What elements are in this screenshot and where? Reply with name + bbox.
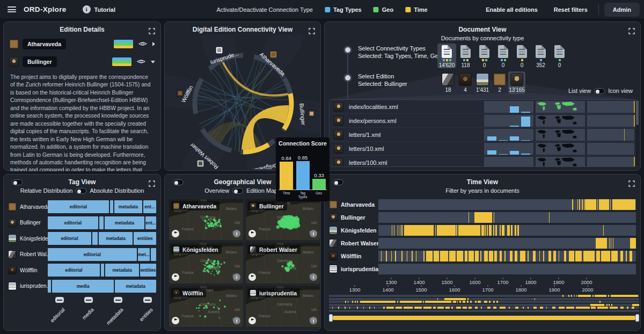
connectivity-type-count[interactable]: 0 [494,43,513,68]
reset-filters-button[interactable]: Reset filters [548,3,593,16]
geo-map-tile-koenigsfelden[interactable]: KingdomDenmarkBelaruGermanyUkiFranceAust… [169,243,243,284]
tag-segment[interactable] [151,248,156,261]
tag-segment-editorial[interactable]: editorial [48,200,109,213]
edition-count-atharvaveda[interactable]: 2 [491,71,508,94]
geo-map-tile-iurisprudentia[interactable]: KingdomDenmarkBelaruGermanyUkiFranceAust… [246,286,320,327]
tag-segment-ent[interactable]: ent... [145,216,156,229]
time-track[interactable] [378,212,636,223]
tag-segment-metadata[interactable]: metadata [105,264,139,277]
document-row[interactable]: letters/10.xml [330,142,636,156]
distribution-toggle-switch[interactable] [76,188,86,194]
connectivity-type-count[interactable]: 0 [550,43,569,68]
brush-handle-right[interactable] [635,314,639,322]
panel-visibility-toggle[interactable] [333,179,343,185]
visibility-eye-icon[interactable] [138,39,147,49]
expand-icon[interactable] [149,179,155,189]
tag-segment-media[interactable]: media [52,280,114,293]
tag-segment[interactable] [101,264,104,277]
document-row[interactable]: letters/1.xml [330,128,636,142]
map-flag-icon[interactable] [248,273,256,281]
legend-item-tag-types[interactable]: Tag Types [325,6,362,13]
map-mode-toggle-switch[interactable] [232,188,243,194]
tag-segment-metadata[interactable]: metadata [99,232,133,245]
edition-count-koenigsfelden[interactable]: 1'431 [474,71,491,94]
document-list-scrollbar[interactable] [636,100,639,166]
enable-all-editions-button[interactable]: Enable all editions [480,3,543,16]
time-track[interactable] [378,251,636,262]
map-info-icon[interactable]: i [233,273,240,281]
tag-segment-editorial[interactable]: editorial [48,264,100,277]
edition-row[interactable]: Bullinger [9,55,155,69]
tag-segment[interactable] [99,216,104,229]
legend-item-geo[interactable]: Geo [374,6,393,13]
geo-map-tile-woelfflin[interactable]: KingdomDenmarkBelaruGermanyUkiFranceAust… [169,286,243,327]
edition-count-bullinger[interactable]: 13'165 [508,71,525,94]
map-info-icon[interactable]: i [233,230,240,237]
map-info-icon[interactable]: i [233,317,240,324]
map-flag-icon[interactable] [172,317,179,324]
time-track[interactable] [378,238,636,249]
time-brush[interactable] [329,315,639,321]
edition-row[interactable]: Atharvaveda [9,37,155,51]
connectivity-type-count[interactable]: 0 [513,43,531,68]
tag-segment[interactable] [48,280,51,293]
time-brush-fill[interactable] [333,316,635,320]
expand-icon[interactable] [628,27,635,37]
edition-count-woelfflin[interactable]: 4 [457,71,474,94]
panel-visibility-toggle[interactable] [12,179,23,185]
expand-caret-icon[interactable] [152,42,155,46]
map-flag-icon[interactable] [172,230,179,237]
remove-tag-button-editorial[interactable] [55,297,64,303]
expand-icon[interactable] [628,179,635,189]
edition-name: Bullinger [341,214,378,221]
brush-handle-left[interactable] [329,314,333,322]
geo-map-tile-bullinger[interactable]: KingdomDenmarkBelaruGermanyUkiFranceAust… [246,199,320,240]
tag-segment-metadata[interactable]: metadata [115,280,156,293]
expand-icon[interactable] [149,27,155,37]
connectivity-type-count[interactable]: 352 [531,43,550,68]
remove-tag-button-entities[interactable] [143,297,152,303]
map-info-icon[interactable]: i [310,230,317,237]
document-row[interactable]: index/persons.xml [330,114,636,128]
view-toggle-switch[interactable] [594,88,605,94]
hamburger-menu-icon[interactable] [8,6,16,12]
connectivity-type-count[interactable]: 118 [456,43,475,68]
time-track[interactable] [378,225,636,236]
connectivity-type-count[interactable]: 0 [475,43,494,68]
remove-tag-button-metadata[interactable] [114,297,122,303]
remove-tag-button-media[interactable] [84,297,93,303]
legend-item-time[interactable]: Time [405,6,427,13]
document-row[interactable]: letters/100.xml [330,156,636,167]
map-flag-icon[interactable] [248,317,256,324]
tag-segment-editorial[interactable]: editorial [48,232,91,245]
admin-button[interactable]: Admin [604,3,640,17]
map-info-icon[interactable]: i [310,317,317,324]
geo-map-tile-atharvaveda[interactable]: KingdomDenmarkBelaruGermanyUkiFranceAust… [169,199,243,240]
map-flag-icon[interactable] [248,230,256,237]
tag-segment-entities[interactable]: entities [140,264,156,277]
time-track[interactable] [378,264,636,274]
tag-segment-editorial[interactable]: editorial [48,248,137,261]
tag-segment-ent[interactable]: ent... [143,200,156,213]
tag-segment-editorial[interactable]: editorial [48,216,98,229]
time-track[interactable] [378,199,636,210]
tag-segment[interactable] [110,200,113,213]
list-icon-view-toggle[interactable]: List viewIcon view [568,88,633,94]
distribution-toggle[interactable]: Relative DistributionAbsolute Distributi… [4,187,160,194]
tag-segment[interactable] [92,232,98,245]
expand-caret-icon[interactable] [151,61,155,63]
tag-segment-metadata[interactable]: metadata [114,200,142,213]
tag-segment-metadata[interactable]: metadata [105,216,144,229]
tag-segment-entities[interactable]: entities [134,232,156,245]
panel-visibility-toggle[interactable] [173,179,184,185]
geo-map-tile-robertwalser[interactable]: KingdomDenmarkBelaruGermanyUkiFranceAust… [246,243,320,284]
tag-segment-met[interactable]: met... [138,248,150,261]
tutorial-button[interactable]: i Tutorial [83,5,116,13]
visibility-eye-icon[interactable] [137,57,145,67]
edition-thumbnail-icon [476,73,489,86]
edition-count-robertwalser[interactable]: 18 [440,71,457,94]
map-info-icon[interactable]: i [310,273,317,281]
connectivity-type-count[interactable]: 14'620 [437,43,456,68]
map-flag-icon[interactable] [172,273,179,281]
document-row[interactable]: index/localities.xml [330,100,636,114]
